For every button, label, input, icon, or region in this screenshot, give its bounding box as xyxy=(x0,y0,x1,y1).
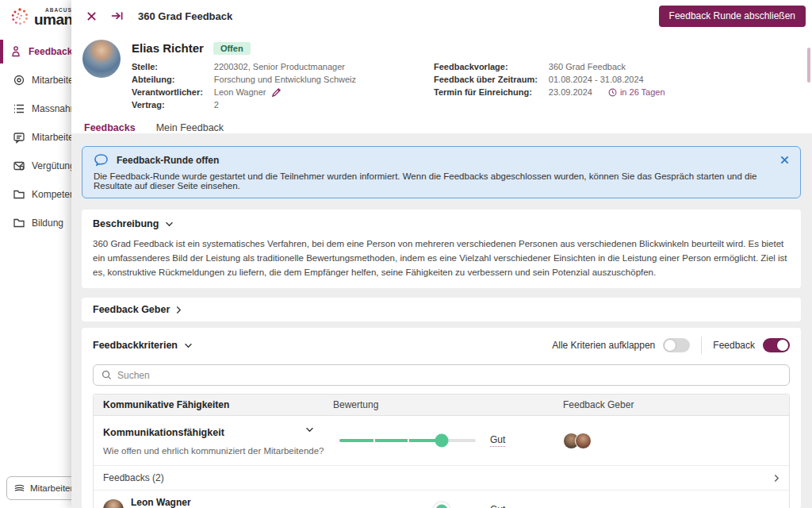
feedbacks-expand-row[interactable]: Feedbacks (2) xyxy=(94,465,789,490)
detail-label: Feedback über Zeitraum: xyxy=(434,74,538,86)
detail-value: 01.08.2024 - 31.08.2024 xyxy=(549,74,665,86)
search-icon xyxy=(102,370,112,380)
chevron-right-icon[interactable] xyxy=(774,474,779,483)
slider-knob-initials[interactable]: LW xyxy=(434,502,450,508)
banner-title: Feedback-Runde offen xyxy=(117,155,219,166)
status-badge: Offen xyxy=(213,42,251,55)
table-header-row: Kommunikative Fähigkeiten Bewertung Feed… xyxy=(94,394,789,416)
criterion-row: Kommunikationsfähigkeit Wie offen und eh… xyxy=(94,416,789,465)
detail-label: Abteilung: xyxy=(132,74,203,86)
detail-value: Leon Wagner xyxy=(214,87,266,98)
mail-money-icon xyxy=(13,160,25,172)
banner-body: Die Feedback-Runde wurde gestartet und d… xyxy=(94,171,789,190)
info-banner: Feedback-Runde offen Die Feedback-Runde … xyxy=(82,146,801,198)
detail-value: Forschung und Entwicklung Schweiz xyxy=(214,74,356,86)
rating-label[interactable]: Gut xyxy=(490,504,505,508)
page-title: 360 Grad Feedback xyxy=(138,10,232,22)
panel-header: 360 Grad Feedback Feedback Runde abschli… xyxy=(71,0,812,32)
task-list-icon xyxy=(13,102,25,115)
employee-avatar xyxy=(82,40,121,78)
edit-pencil-icon[interactable] xyxy=(271,87,282,98)
person-podium-icon xyxy=(10,45,22,58)
chevron-down-icon[interactable] xyxy=(184,343,193,348)
close-icon[interactable] xyxy=(82,7,100,25)
chevron-down-icon[interactable] xyxy=(305,427,314,433)
feedback-giver-avatar xyxy=(103,499,124,508)
sidebar-item-label: Feedbacks xyxy=(29,46,78,57)
collapse-to-side-icon[interactable] xyxy=(108,7,125,25)
feedback-criteria-card: Feedbackkriterien Alle Kriterien aufklap… xyxy=(82,328,801,508)
employee-name: Elias Richter xyxy=(132,41,204,55)
feedback-geber-card[interactable]: Feedback Geber xyxy=(82,298,801,321)
column-header: Kommunikative Fähigkeiten xyxy=(94,394,324,415)
column-header: Feedback Geber xyxy=(553,394,789,415)
folder-icon xyxy=(13,217,25,229)
divider xyxy=(701,337,702,354)
clock-icon xyxy=(608,88,617,97)
detail-label: Verantwortlicher: xyxy=(132,87,203,98)
detail-label: Feedbackvorlage: xyxy=(434,61,538,73)
search-box xyxy=(93,364,790,386)
description-title: Beschreibung xyxy=(93,218,159,229)
criterion-name: Kommunikationsfähigkeit xyxy=(103,427,224,438)
description-body: 360 Grad Feedback ist ein systematisches… xyxy=(93,237,790,279)
expand-all-label: Alle Kriterien aufklappen xyxy=(552,340,655,351)
banner-close-icon[interactable] xyxy=(780,156,789,164)
employee-details-left: Stelle: 2200302, Senior Productmanager A… xyxy=(132,61,356,111)
column-header: Bewertung xyxy=(324,394,553,415)
criteria-title: Feedbackkriterien xyxy=(93,340,178,351)
abacus-swirl-icon xyxy=(10,6,30,27)
layers-icon xyxy=(13,483,25,495)
chat-bubble-icon xyxy=(13,131,25,144)
detail-value: 2 xyxy=(214,99,356,111)
chevron-right-icon[interactable] xyxy=(176,306,182,314)
expand-all-toggle[interactable] xyxy=(663,338,690,352)
feedback-toggle[interactable] xyxy=(763,338,790,352)
feedbacks-count: Feedbacks (2) xyxy=(103,472,164,483)
scrollbar-thumb[interactable] xyxy=(807,48,810,83)
detail-value: 2200302, Senior Productmanager xyxy=(214,61,356,73)
avatar xyxy=(575,433,592,449)
detail-value: 360 Grad Feedback xyxy=(549,61,665,73)
employee-header: Elias Richter Offen Stelle: 2200302, Sen… xyxy=(71,32,812,111)
feedback-toggle-label: Feedback xyxy=(713,340,755,351)
sidebar-item-label: Bildung xyxy=(32,217,63,229)
feedback-geber-avatars xyxy=(553,433,789,449)
detail-label: Termin für Einreichung: xyxy=(434,87,538,98)
panel-content: Feedback-Runde offen Die Feedback-Runde … xyxy=(71,133,812,508)
feedback-entry-row: Leon Wagner 09.08.2024 360 Grad Feedback xyxy=(94,490,789,508)
slider-knob[interactable] xyxy=(435,434,449,448)
detail-value: 23.09.2024 xyxy=(549,87,592,98)
criterion-question: Wie offen und ehrlich kommuniziert der M… xyxy=(103,446,314,456)
description-card: Beschreibung 360 Grad Feedback ist ein s… xyxy=(82,210,801,288)
speech-bubble-icon xyxy=(94,153,109,167)
rating-slider[interactable] xyxy=(339,439,476,442)
search-input[interactable] xyxy=(117,370,781,381)
finish-feedback-round-button[interactable]: Feedback Runde abschließen xyxy=(659,6,806,27)
detail-label: Vertrag: xyxy=(132,99,203,111)
megaphone-icon xyxy=(13,74,25,87)
folder-icon xyxy=(13,188,25,201)
detail-label: Stelle: xyxy=(132,61,203,73)
criteria-table: Kommunikative Fähigkeiten Bewertung Feed… xyxy=(93,394,790,508)
employee-details-right: Feedbackvorlage: 360 Grad Feedback Feedb… xyxy=(434,61,665,111)
feedback-detail-panel: 360 Grad Feedback Feedback Runde abschli… xyxy=(71,0,812,508)
due-indicator: in 26 Tagen xyxy=(608,87,665,98)
geber-empty-value: - xyxy=(553,505,789,508)
chevron-down-icon[interactable] xyxy=(165,221,174,227)
feedback-geber-title: Feedback Geber xyxy=(93,304,170,315)
rating-label[interactable]: Gut xyxy=(490,434,505,447)
feedback-giver-name: Leon Wagner xyxy=(131,497,262,508)
due-text: in 26 Tagen xyxy=(620,87,665,98)
